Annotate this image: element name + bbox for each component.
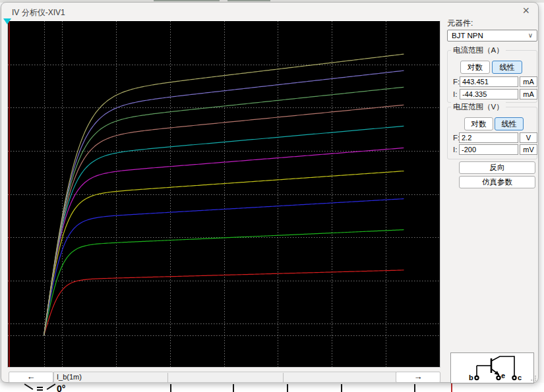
source-angle-label: 0°: [57, 383, 65, 392]
background-wire: [341, 384, 342, 392]
strip-divider: [283, 373, 284, 383]
background-wire: [287, 384, 288, 392]
voltage-log-button[interactable]: 对数: [464, 117, 493, 130]
voltage-range-title: 电压范围（V）: [451, 102, 506, 112]
current-f-input[interactable]: [460, 76, 518, 87]
screen: 0° IV 分析仪-XIV1 × ← I_b(1m) → 元器件: BJT: [0, 0, 544, 392]
next-trace-button[interactable]: →: [396, 372, 440, 383]
current-i-input[interactable]: [460, 89, 518, 99]
background-wire: [414, 384, 415, 392]
voltage-f-unit: V: [520, 132, 537, 143]
iv-analyzer-window: IV 分析仪-XIV1 × ← I_b(1m) → 元器件: BJT NPN ∨…: [1, 2, 539, 383]
current-i-unit: mA: [520, 89, 537, 99]
window-title: IV 分析仪-XIV1: [12, 7, 65, 18]
component-dropdown[interactable]: BJT NPN ∨: [447, 30, 537, 42]
component-label: 元器件:: [447, 18, 473, 29]
simulation-params-button[interactable]: 仿真参数: [459, 176, 535, 188]
strip-divider: [167, 373, 168, 383]
current-range-title: 电流范围（A）: [451, 45, 506, 55]
current-linear-button[interactable]: 线性: [492, 61, 522, 74]
cursor-handle-icon[interactable]: [3, 18, 11, 24]
voltage-range-group: 电压范围（V） 对数 线性 F: V I: mV: [447, 107, 537, 159]
source-symbol-fragment: [24, 383, 34, 390]
iv-curves-canvas[interactable]: [8, 21, 440, 367]
background-probe-wire: [451, 383, 452, 392]
current-f-label: F:: [453, 78, 460, 86]
close-icon[interactable]: ×: [522, 4, 529, 17]
source-symbol-fragment: [37, 387, 43, 388]
chevron-down-icon: ∨: [528, 32, 533, 39]
device-symbol-box: b e c: [450, 352, 534, 383]
component-dropdown-value: BJT NPN: [452, 32, 483, 40]
previous-trace-button[interactable]: ←: [9, 372, 53, 383]
iv-plot-area[interactable]: [7, 20, 440, 368]
resize-grip[interactable]: [531, 376, 536, 381]
sweep-parameter-label: I_b(1m): [57, 373, 82, 381]
terminal-e-label: e: [501, 372, 505, 379]
bjt-npn-symbol: b e c: [451, 353, 533, 383]
left-arrow-icon: ←: [27, 372, 36, 381]
background-wire: [170, 384, 171, 392]
current-f-unit: mA: [520, 76, 537, 87]
trace-select-bar: ← I_b(1m) →: [7, 372, 440, 383]
voltage-i-input[interactable]: [459, 144, 518, 155]
background-wire: [154, 0, 220, 1]
terminal-c-label: c: [518, 374, 522, 381]
background-wire: [227, 0, 270, 1]
current-i-label: I:: [453, 90, 457, 98]
source-symbol-fragment: [37, 389, 43, 391]
voltage-f-input[interactable]: [459, 132, 518, 143]
current-range-group: 电流范围（A） 对数 线性 F: mA I: mA: [447, 50, 537, 103]
source-symbol-fragment: [47, 383, 56, 390]
terminal-b-label: b: [469, 374, 473, 381]
current-log-button[interactable]: 对数: [460, 61, 490, 74]
voltage-i-unit: mV: [520, 144, 537, 155]
background-app-sliver-bottom: 0°: [0, 383, 544, 392]
voltage-i-label: I:: [453, 146, 457, 154]
background-wire: [233, 384, 234, 392]
reverse-button[interactable]: 反向: [459, 161, 535, 174]
right-arrow-icon: →: [414, 372, 423, 381]
voltage-linear-button[interactable]: 线性: [495, 117, 524, 130]
trace-strip[interactable]: [53, 372, 396, 383]
